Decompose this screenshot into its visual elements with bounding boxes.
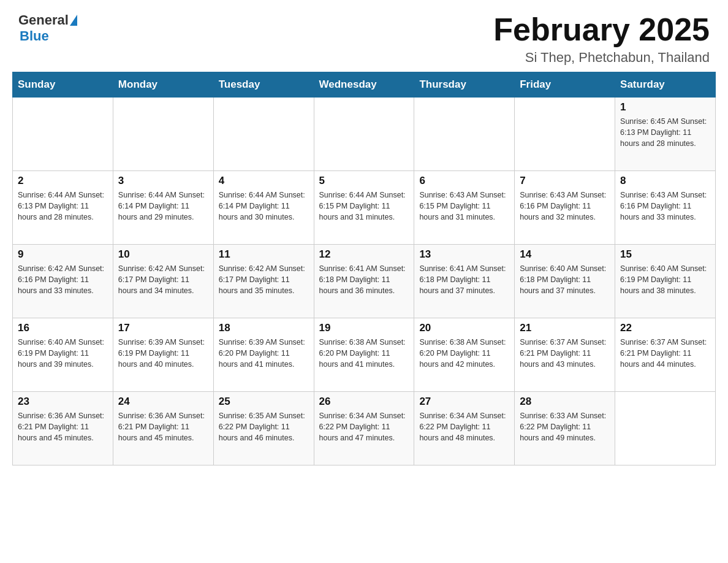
day-number: 17 <box>118 322 208 334</box>
day-number: 21 <box>520 322 610 334</box>
day-number: 13 <box>419 248 509 261</box>
calendar-cell: 18Sunrise: 6:39 AM Sunset: 6:20 PM Dayli… <box>213 318 314 392</box>
day-number: 7 <box>520 175 610 187</box>
day-info: Sunrise: 6:40 AM Sunset: 6:19 PM Dayligh… <box>620 263 710 296</box>
day-info: Sunrise: 6:44 AM Sunset: 6:14 PM Dayligh… <box>219 190 309 223</box>
calendar-cell <box>314 98 414 171</box>
calendar-cell: 13Sunrise: 6:41 AM Sunset: 6:18 PM Dayli… <box>414 245 515 318</box>
calendar-cell: 26Sunrise: 6:34 AM Sunset: 6:22 PM Dayli… <box>314 392 414 465</box>
calendar-cell: 3Sunrise: 6:44 AM Sunset: 6:14 PM Daylig… <box>113 171 213 245</box>
day-number: 25 <box>219 396 309 408</box>
day-info: Sunrise: 6:36 AM Sunset: 6:21 PM Dayligh… <box>18 410 108 443</box>
calendar-cell: 10Sunrise: 6:42 AM Sunset: 6:17 PM Dayli… <box>113 245 213 318</box>
calendar-cell <box>515 98 615 171</box>
day-number: 14 <box>520 248 610 261</box>
day-info: Sunrise: 6:33 AM Sunset: 6:22 PM Dayligh… <box>520 410 610 443</box>
day-info: Sunrise: 6:44 AM Sunset: 6:13 PM Dayligh… <box>18 190 108 223</box>
day-number: 9 <box>18 248 108 261</box>
day-number: 23 <box>18 396 108 408</box>
day-number: 5 <box>319 175 409 187</box>
day-number: 2 <box>18 175 108 187</box>
calendar-cell <box>213 98 314 171</box>
column-header-monday: Monday <box>113 72 213 98</box>
logo-triangle-icon <box>70 15 77 26</box>
day-number: 15 <box>620 248 710 261</box>
logo: General Blue <box>18 12 77 44</box>
column-header-tuesday: Tuesday <box>213 72 314 98</box>
day-number: 24 <box>118 396 208 408</box>
calendar-cell: 23Sunrise: 6:36 AM Sunset: 6:21 PM Dayli… <box>13 392 113 465</box>
calendar-cell: 11Sunrise: 6:42 AM Sunset: 6:17 PM Dayli… <box>213 245 314 318</box>
calendar-cell: 9Sunrise: 6:42 AM Sunset: 6:16 PM Daylig… <box>13 245 113 318</box>
day-number: 27 <box>419 396 509 408</box>
calendar-cell: 27Sunrise: 6:34 AM Sunset: 6:22 PM Dayli… <box>414 392 515 465</box>
day-number: 28 <box>520 396 610 408</box>
day-info: Sunrise: 6:34 AM Sunset: 6:22 PM Dayligh… <box>419 410 509 443</box>
day-info: Sunrise: 6:42 AM Sunset: 6:16 PM Dayligh… <box>18 263 108 296</box>
day-info: Sunrise: 6:34 AM Sunset: 6:22 PM Dayligh… <box>319 410 409 443</box>
day-info: Sunrise: 6:44 AM Sunset: 6:15 PM Dayligh… <box>319 190 409 223</box>
calendar-cell: 6Sunrise: 6:43 AM Sunset: 6:15 PM Daylig… <box>414 171 515 245</box>
day-number: 19 <box>319 322 409 334</box>
calendar-week-row: 9Sunrise: 6:42 AM Sunset: 6:16 PM Daylig… <box>13 245 716 318</box>
day-number: 1 <box>620 101 710 113</box>
day-number: 11 <box>219 248 309 261</box>
day-number: 18 <box>219 322 309 334</box>
calendar-cell <box>414 98 515 171</box>
calendar-cell: 4Sunrise: 6:44 AM Sunset: 6:14 PM Daylig… <box>213 171 314 245</box>
title-block: February 2025 Si Thep, Phetchabun, Thail… <box>493 12 710 66</box>
day-info: Sunrise: 6:40 AM Sunset: 6:19 PM Dayligh… <box>18 337 108 370</box>
day-number: 8 <box>620 175 710 187</box>
calendar-cell: 12Sunrise: 6:41 AM Sunset: 6:18 PM Dayli… <box>314 245 414 318</box>
day-number: 3 <box>118 175 208 187</box>
calendar-week-row: 1Sunrise: 6:45 AM Sunset: 6:13 PM Daylig… <box>13 98 716 171</box>
calendar-week-row: 2Sunrise: 6:44 AM Sunset: 6:13 PM Daylig… <box>13 171 716 245</box>
calendar-subtitle: Si Thep, Phetchabun, Thailand <box>493 50 710 66</box>
day-info: Sunrise: 6:40 AM Sunset: 6:18 PM Dayligh… <box>520 263 610 296</box>
day-info: Sunrise: 6:41 AM Sunset: 6:18 PM Dayligh… <box>419 263 509 296</box>
calendar-header-row: SundayMondayTuesdayWednesdayThursdayFrid… <box>13 72 716 98</box>
day-info: Sunrise: 6:36 AM Sunset: 6:21 PM Dayligh… <box>118 410 208 443</box>
day-number: 16 <box>18 322 108 334</box>
calendar-cell: 2Sunrise: 6:44 AM Sunset: 6:13 PM Daylig… <box>13 171 113 245</box>
day-info: Sunrise: 6:39 AM Sunset: 6:20 PM Dayligh… <box>219 337 309 370</box>
day-number: 22 <box>620 322 710 334</box>
day-info: Sunrise: 6:42 AM Sunset: 6:17 PM Dayligh… <box>118 263 208 296</box>
calendar-cell: 21Sunrise: 6:37 AM Sunset: 6:21 PM Dayli… <box>515 318 615 392</box>
day-info: Sunrise: 6:41 AM Sunset: 6:18 PM Dayligh… <box>319 263 409 296</box>
calendar-cell: 20Sunrise: 6:38 AM Sunset: 6:20 PM Dayli… <box>414 318 515 392</box>
column-header-wednesday: Wednesday <box>314 72 414 98</box>
day-number: 26 <box>319 396 409 408</box>
page-header: General Blue February 2025 Si Thep, Phet… <box>0 0 728 72</box>
calendar-cell: 5Sunrise: 6:44 AM Sunset: 6:15 PM Daylig… <box>314 171 414 245</box>
day-info: Sunrise: 6:35 AM Sunset: 6:22 PM Dayligh… <box>219 410 309 443</box>
calendar-cell: 15Sunrise: 6:40 AM Sunset: 6:19 PM Dayli… <box>615 245 716 318</box>
calendar-cell: 17Sunrise: 6:39 AM Sunset: 6:19 PM Dayli… <box>113 318 213 392</box>
calendar-cell <box>615 392 716 465</box>
day-info: Sunrise: 6:42 AM Sunset: 6:17 PM Dayligh… <box>219 263 309 296</box>
day-number: 10 <box>118 248 208 261</box>
day-number: 20 <box>419 322 509 334</box>
day-info: Sunrise: 6:38 AM Sunset: 6:20 PM Dayligh… <box>419 337 509 370</box>
calendar-cell: 1Sunrise: 6:45 AM Sunset: 6:13 PM Daylig… <box>615 98 716 171</box>
day-info: Sunrise: 6:43 AM Sunset: 6:16 PM Dayligh… <box>520 190 610 223</box>
calendar-cell: 28Sunrise: 6:33 AM Sunset: 6:22 PM Dayli… <box>515 392 615 465</box>
column-header-sunday: Sunday <box>13 72 113 98</box>
calendar-cell: 14Sunrise: 6:40 AM Sunset: 6:18 PM Dayli… <box>515 245 615 318</box>
calendar-cell: 25Sunrise: 6:35 AM Sunset: 6:22 PM Dayli… <box>213 392 314 465</box>
calendar-week-row: 23Sunrise: 6:36 AM Sunset: 6:21 PM Dayli… <box>13 392 716 465</box>
calendar-container: SundayMondayTuesdayWednesdayThursdayFrid… <box>0 72 728 478</box>
day-info: Sunrise: 6:44 AM Sunset: 6:14 PM Dayligh… <box>118 190 208 223</box>
column-header-saturday: Saturday <box>615 72 716 98</box>
calendar-cell: 7Sunrise: 6:43 AM Sunset: 6:16 PM Daylig… <box>515 171 615 245</box>
day-number: 4 <box>219 175 309 187</box>
calendar-cell <box>113 98 213 171</box>
calendar-cell <box>13 98 113 171</box>
calendar-week-row: 16Sunrise: 6:40 AM Sunset: 6:19 PM Dayli… <box>13 318 716 392</box>
day-number: 6 <box>419 175 509 187</box>
column-header-friday: Friday <box>515 72 615 98</box>
day-info: Sunrise: 6:38 AM Sunset: 6:20 PM Dayligh… <box>319 337 409 370</box>
day-info: Sunrise: 6:37 AM Sunset: 6:21 PM Dayligh… <box>620 337 710 370</box>
calendar-cell: 8Sunrise: 6:43 AM Sunset: 6:16 PM Daylig… <box>615 171 716 245</box>
calendar-table: SundayMondayTuesdayWednesdayThursdayFrid… <box>12 72 716 465</box>
